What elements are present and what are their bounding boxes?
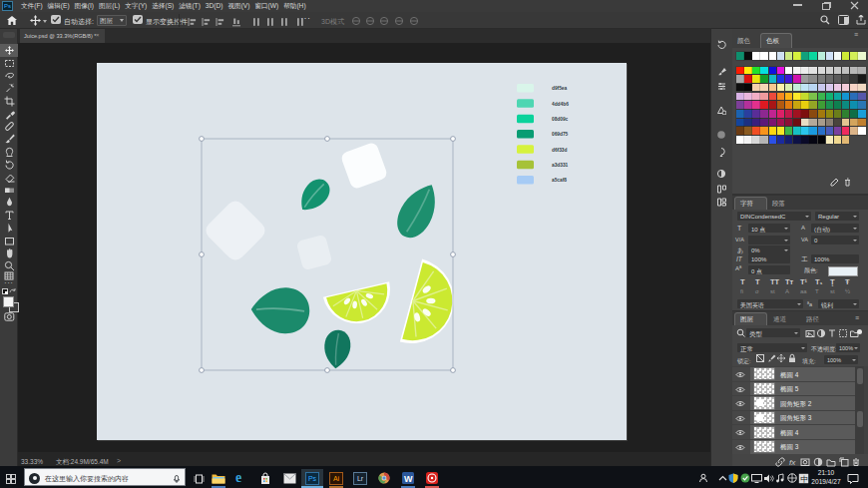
svg-text:4dd4b6: 4dd4b6 bbox=[552, 102, 569, 107]
svg-text:069d75: 069d75 bbox=[552, 132, 569, 137]
svg-text:08d09c: 08d09c bbox=[552, 117, 569, 122]
svg-text:fx: fx bbox=[789, 458, 796, 467]
svg-text:d9f5ea: d9f5ea bbox=[552, 86, 568, 91]
svg-text:a3d331: a3d331 bbox=[552, 163, 569, 168]
svg-text:d6f33d: d6f33d bbox=[552, 148, 568, 153]
svg-text:a5caf8: a5caf8 bbox=[552, 178, 567, 183]
svg-text:W: W bbox=[404, 474, 413, 484]
